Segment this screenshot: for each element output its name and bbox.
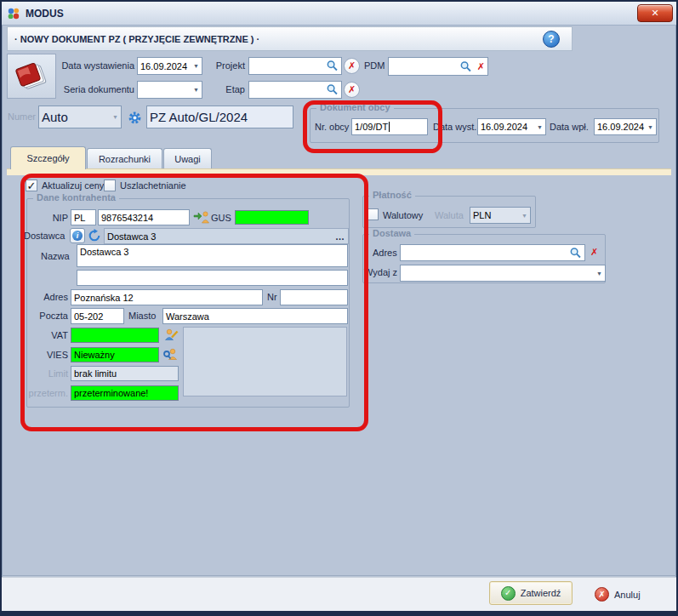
- projekt-search-input[interactable]: [248, 57, 342, 75]
- pdm-clear-icon[interactable]: ✗: [477, 61, 485, 72]
- przeterm-label: przeterm.: [24, 388, 68, 398]
- vat-verify-icon[interactable]: [163, 328, 179, 342]
- walutowy-label: Walutowy: [383, 210, 423, 220]
- text-caret: [389, 122, 390, 132]
- info-icon: i: [72, 231, 83, 241]
- dostawa-adres-search-input[interactable]: [400, 244, 585, 261]
- data-wpl-label: Data wpł.: [550, 122, 589, 132]
- platnosc-title: Płatność: [369, 190, 415, 200]
- etap-clear-icon[interactable]: ✗: [344, 82, 360, 98]
- footer-divider: [2, 575, 676, 576]
- search-icon[interactable]: [326, 83, 339, 96]
- seria-dokumentu-combobox[interactable]: ▼: [137, 81, 202, 99]
- dokument-obcy-title: Dokument obcy: [316, 102, 394, 112]
- app-icon: [7, 7, 20, 20]
- numer-settings-button[interactable]: [125, 109, 144, 126]
- nip-prefix-input[interactable]: PL: [71, 209, 96, 225]
- window-title: MODUS: [26, 8, 64, 20]
- vies-verify-icon[interactable]: [163, 347, 179, 362]
- aktualizuj-ceny-checkbox[interactable]: ✓: [26, 180, 37, 191]
- data-wpl-combobox[interactable]: 16.09.2024 ▼: [594, 118, 657, 135]
- numer-mode-combobox[interactable]: Auto ▼: [38, 106, 122, 128]
- pdm-search-input[interactable]: ✗: [388, 57, 488, 76]
- data-wyst-label: Data wyst.: [433, 122, 476, 132]
- title-bar[interactable]: MODUS: [2, 2, 676, 26]
- gus-label: GUS: [211, 213, 231, 223]
- document-header: · NOWY DOKUMENT PZ ( PRZYJĘCIE ZEWNĘTRZN…: [7, 26, 573, 51]
- tab-uwagi[interactable]: Uwagi: [163, 148, 212, 168]
- nazwa2-input[interactable]: [77, 270, 348, 286]
- waluta-label: Waluta: [435, 210, 464, 220]
- etap-label: Etap: [202, 84, 245, 94]
- numer-label: Numer: [3, 111, 36, 122]
- wydaj-z-combobox[interactable]: ▼: [400, 265, 606, 282]
- vies-label: VIES: [37, 350, 68, 360]
- wydaj-z-label: Wydaj z: [364, 267, 397, 277]
- uszlachetnianie-label: Uszlachetnianie: [120, 180, 186, 191]
- vat-label: VAT: [37, 330, 68, 340]
- help-icon[interactable]: ?: [543, 31, 560, 48]
- walutowy-checkbox[interactable]: [367, 208, 379, 220]
- chevron-down-icon: ▼: [533, 124, 543, 130]
- nip-input[interactable]: 9876543214: [98, 209, 190, 225]
- gus-transfer-icon[interactable]: [193, 210, 209, 224]
- tab-rozrachunki[interactable]: Rozrachunki: [87, 148, 162, 168]
- gus-status-field: [235, 210, 309, 225]
- nr-obcy-label: Nr. obcy: [315, 122, 349, 132]
- dostawca-selector[interactable]: Dostawca 3 …: [104, 228, 349, 244]
- dostawca-info-button[interactable]: i: [70, 228, 85, 243]
- chevron-down-icon: ▼: [518, 213, 527, 219]
- miasto-label: Miasto: [128, 311, 156, 321]
- vies-status-field: Nieważny: [71, 347, 159, 362]
- data-wyst-combobox[interactable]: 16.09.2024 ▼: [477, 118, 546, 135]
- limit-label: Limit: [34, 368, 68, 379]
- projekt-clear-icon[interactable]: ✗: [344, 58, 360, 74]
- adres-input[interactable]: Poznańska 12: [71, 289, 263, 305]
- search-icon[interactable]: [459, 60, 472, 73]
- footer-bar: [2, 577, 676, 611]
- waluta-combobox[interactable]: PLN ▼: [470, 207, 531, 224]
- numer-value-field: PZ Auto/GL/2024: [146, 106, 293, 128]
- nip-label: NIP: [41, 213, 68, 223]
- nr-input[interactable]: [280, 289, 348, 305]
- refresh-icon[interactable]: [88, 229, 101, 242]
- uszlachetnianie-checkbox[interactable]: [104, 180, 116, 191]
- adres-label: Adres: [32, 292, 68, 302]
- search-icon[interactable]: [569, 247, 582, 260]
- chevron-down-icon: ▼: [109, 114, 118, 120]
- anuluj-button[interactable]: ✗ Anuluj: [595, 587, 641, 602]
- close-icon[interactable]: ✕: [637, 4, 673, 22]
- page-title: · NOWY DOKUMENT PZ ( PRZYJĘCIE ZEWNĘTRZN…: [14, 34, 543, 44]
- nr-obcy-input[interactable]: 1/09/DT: [351, 118, 428, 135]
- search-icon[interactable]: [326, 60, 339, 72]
- pdm-label: PDM: [364, 60, 385, 71]
- chevron-down-icon: ▼: [190, 63, 199, 69]
- cancel-cross-icon: ✗: [595, 587, 609, 602]
- data-wystawienia-combobox[interactable]: 16.09.2024 ▼: [137, 57, 202, 75]
- kontrahent-notes-panel: [183, 327, 347, 396]
- poczta-label: Poczta: [29, 311, 68, 321]
- poczta-input[interactable]: 05-202: [71, 308, 124, 324]
- dostawca-label: Dostawca: [24, 231, 65, 241]
- miasto-input[interactable]: Warszawa: [162, 308, 348, 324]
- nazwa-input[interactable]: Dostawca 3: [77, 244, 348, 267]
- zatwierdz-button[interactable]: ✓ Zatwierdź: [489, 581, 573, 605]
- tab-szczegoly[interactable]: Szczegóły: [10, 146, 86, 169]
- chevron-down-icon: ▼: [644, 124, 653, 130]
- chevron-down-icon: ▼: [593, 271, 602, 277]
- aktualizuj-ceny-label: Aktualizuj ceny: [42, 180, 104, 191]
- more-icon[interactable]: …: [335, 231, 345, 242]
- projekt-label: Projekt: [202, 60, 245, 71]
- gear-icon: [128, 111, 142, 125]
- chevron-down-icon: ▼: [190, 87, 199, 93]
- confirm-check-icon: ✓: [501, 586, 516, 601]
- etap-search-input[interactable]: [248, 81, 342, 99]
- seria-dokumentu-label: Seria dokumentu: [41, 84, 134, 94]
- dostawa-title: Dostawa: [369, 228, 414, 238]
- tab-page-edge: [7, 168, 671, 175]
- data-wystawienia-label: Data wystawienia: [49, 60, 134, 71]
- vat-status-field: [71, 328, 159, 343]
- dostawa-adres-clear-icon[interactable]: ✗: [590, 247, 598, 258]
- dostawa-adres-label: Adres: [373, 248, 397, 258]
- limit-field: brak limitu: [71, 366, 179, 381]
